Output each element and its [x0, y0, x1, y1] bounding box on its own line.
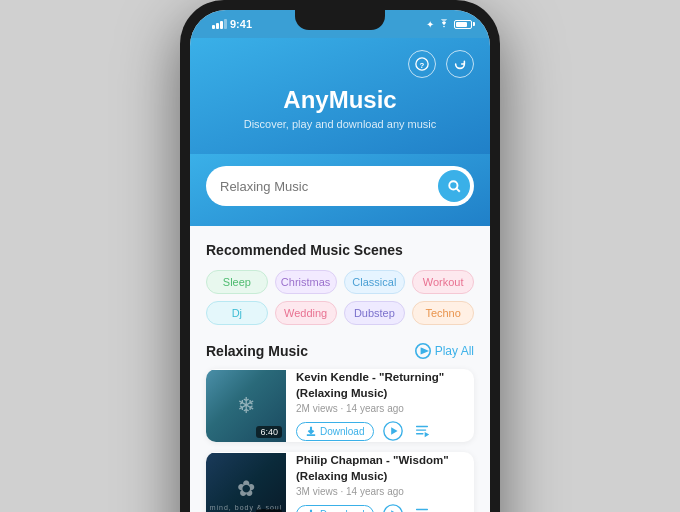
phone-screen: 9:41 ✦ ? — [190, 10, 490, 512]
svg-point-2 — [449, 181, 457, 189]
content-area: Recommended Music Scenes Sleep Christmas… — [190, 226, 490, 512]
search-icon — [447, 179, 462, 194]
svg-marker-13 — [425, 432, 430, 437]
tag-dubstep[interactable]: Dubstep — [344, 301, 406, 325]
refresh-button[interactable] — [446, 50, 474, 78]
queue-icon-1 — [413, 422, 431, 440]
music-section-title: Relaxing Music — [206, 343, 308, 359]
queue-button-2[interactable] — [412, 504, 432, 512]
track-duration-1: 6:40 — [256, 426, 282, 438]
signal-bar-3 — [220, 21, 223, 29]
play-button-1[interactable] — [382, 420, 404, 442]
track-title-2: Philip Chapman - "Wisdom" (Relaxing Musi… — [296, 452, 464, 484]
header: ? AnyMusic Discover, play and download a… — [190, 38, 490, 154]
battery-icon — [454, 20, 472, 29]
play-button-2[interactable] — [382, 503, 404, 512]
thumb-icon-2: ✿ — [237, 476, 255, 502]
search-box — [206, 166, 474, 206]
status-right: ✦ — [426, 19, 472, 30]
battery-fill — [456, 22, 467, 27]
signal-bar-4 — [224, 19, 227, 29]
play-all-button[interactable]: Play All — [415, 343, 474, 359]
tags-grid: Sleep Christmas Classical Workout Dj Wed… — [206, 270, 474, 325]
play-all-label: Play All — [435, 344, 474, 358]
play-all-icon — [415, 343, 431, 359]
play-icon-1 — [382, 420, 404, 442]
track-card-2: ✿ mind, body & soul 6:04 Philip Chapman … — [206, 452, 474, 512]
track-actions-1: Download — [296, 420, 464, 442]
track-thumb-2: ✿ mind, body & soul 6:04 — [206, 453, 286, 512]
svg-marker-9 — [392, 428, 398, 435]
status-time: 9:41 — [230, 18, 252, 30]
signal-bars — [212, 19, 227, 29]
track-title-1: Kevin Kendle - "Returning" (Relaxing Mus… — [296, 369, 464, 401]
signal-bar-2 — [216, 23, 219, 29]
music-section-header: Relaxing Music Play All — [206, 343, 474, 359]
search-input[interactable] — [220, 179, 438, 194]
tag-techno[interactable]: Techno — [412, 301, 474, 325]
track-actions-2: Download — [296, 503, 464, 512]
download-icon-1 — [306, 426, 316, 436]
track-meta-1: 2M views · 14 years ago — [296, 403, 464, 414]
thumb-icon-1: ❄ — [237, 393, 255, 419]
svg-point-16 — [384, 505, 402, 512]
track-thumb-1: ❄ 6:40 — [206, 370, 286, 442]
bluetooth-icon: ✦ — [426, 19, 434, 30]
tag-sleep[interactable]: Sleep — [206, 270, 268, 294]
play-icon-2 — [382, 503, 404, 512]
download-label-1: Download — [320, 426, 364, 437]
svg-marker-5 — [421, 349, 427, 354]
tag-dj[interactable]: Dj — [206, 301, 268, 325]
app-title: AnyMusic — [206, 86, 474, 114]
tag-workout[interactable]: Workout — [412, 270, 474, 294]
queue-button-1[interactable] — [412, 421, 432, 441]
track-meta-2: 3M views · 14 years ago — [296, 486, 464, 497]
track-info-2: Philip Chapman - "Wisdom" (Relaxing Musi… — [296, 452, 464, 512]
phone-frame: 9:41 ✦ ? — [180, 0, 500, 512]
tag-classical[interactable]: Classical — [344, 270, 406, 294]
recommended-section-title: Recommended Music Scenes — [206, 242, 474, 258]
wifi-icon — [438, 19, 450, 29]
refresh-icon — [453, 57, 467, 71]
signal-bar-1 — [212, 25, 215, 29]
download-button-2[interactable]: Download — [296, 505, 374, 512]
search-container — [190, 154, 490, 226]
header-icons: ? — [206, 50, 474, 78]
track-card-1: ❄ 6:40 Kevin Kendle - "Returning" (Relax… — [206, 369, 474, 442]
app-subtitle: Discover, play and download any music — [206, 118, 474, 130]
svg-text:?: ? — [420, 61, 425, 70]
tag-wedding[interactable]: Wedding — [275, 301, 337, 325]
status-left: 9:41 — [208, 18, 252, 30]
help-button[interactable]: ? — [408, 50, 436, 78]
download-button-1[interactable]: Download — [296, 422, 374, 441]
track-info-1: Kevin Kendle - "Returning" (Relaxing Mus… — [296, 369, 464, 442]
tag-christmas[interactable]: Christmas — [275, 270, 337, 294]
svg-line-3 — [456, 188, 459, 191]
search-button[interactable] — [438, 170, 470, 202]
help-icon: ? — [415, 57, 429, 71]
queue-icon-2 — [413, 505, 431, 512]
notch — [295, 10, 385, 30]
